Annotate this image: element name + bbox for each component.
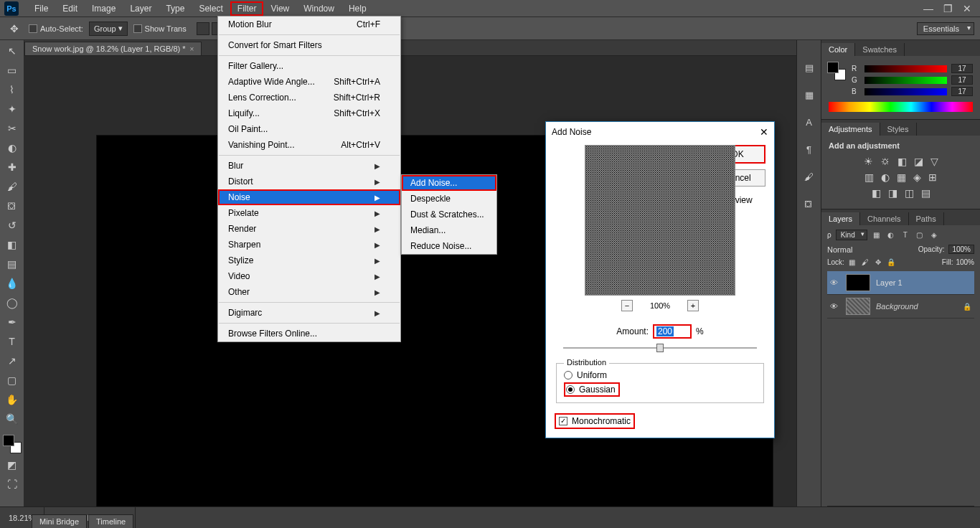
filter-motion-blur[interactable]: Motion BlurCtrl+F: [218, 16, 400, 32]
lock-paint-icon[interactable]: 🖌: [860, 257, 870, 267]
adj-icon[interactable]: ☀: [864, 156, 873, 167]
filter-blur[interactable]: Blur▶: [218, 158, 400, 174]
workspace-dropdown[interactable]: Essentials: [917, 22, 974, 35]
tab-layers[interactable]: Layers: [821, 212, 860, 225]
adj-icon[interactable]: ◪: [914, 156, 923, 167]
lock-pos-icon[interactable]: ✥: [873, 257, 883, 267]
visibility-icon[interactable]: 👁: [830, 278, 840, 287]
filter-liquify[interactable]: Liquify...Shift+Ctrl+X: [218, 105, 400, 121]
char-icon[interactable]: A: [802, 115, 816, 129]
filter-convert-smart[interactable]: Convert for Smart Filters: [218, 37, 400, 53]
amount-slider[interactable]: [563, 343, 757, 353]
group-dropdown[interactable]: Group ▾: [89, 22, 128, 36]
heal-tool-icon[interactable]: ✚: [4, 159, 21, 175]
path-tool-icon[interactable]: ↗: [4, 353, 21, 369]
move-tool-icon[interactable]: ✥: [6, 21, 23, 37]
pen-tool-icon[interactable]: ✒: [4, 314, 21, 330]
actions-icon[interactable]: ▦: [802, 88, 816, 102]
close-icon[interactable]: ✕: [963, 3, 971, 14]
adj-icon[interactable]: ◐: [881, 171, 890, 183]
menu-edit[interactable]: Edit: [55, 1, 85, 16]
screenmode-icon[interactable]: ⛶: [4, 476, 21, 492]
dialog-close-icon[interactable]: ✕: [760, 126, 768, 138]
shape-tool-icon[interactable]: ▢: [4, 372, 21, 388]
b-value[interactable]: 17: [951, 87, 973, 96]
b-slider[interactable]: [864, 88, 947, 95]
opacity-value[interactable]: 100%: [948, 245, 974, 254]
clone-icon[interactable]: ⛋: [802, 197, 816, 211]
adj-icon[interactable]: ◫: [905, 187, 914, 199]
filter-video[interactable]: Video▶: [218, 268, 400, 284]
amount-input[interactable]: 200: [653, 324, 692, 339]
quickmask-icon[interactable]: ◩: [4, 457, 21, 473]
tab-adjustments[interactable]: Adjustments: [821, 123, 880, 136]
filter-stylize[interactable]: Stylize▶: [218, 253, 400, 268]
adj-icon[interactable]: ⊞: [928, 171, 937, 183]
para-icon[interactable]: ¶: [802, 142, 816, 156]
adj-icon[interactable]: ◈: [913, 171, 921, 183]
brush-tool-icon[interactable]: 🖌: [4, 179, 21, 194]
eyedropper-tool-icon[interactable]: ◐: [4, 140, 21, 156]
layer-item-layer1[interactable]: 👁 Layer 1: [827, 271, 974, 295]
tab-swatches[interactable]: Swatches: [855, 43, 905, 56]
close-tab-icon[interactable]: ×: [190, 45, 194, 53]
minimize-icon[interactable]: ―: [923, 3, 933, 14]
noise-reduce-noise[interactable]: Reduce Noise...: [402, 238, 496, 254]
document-tab[interactable]: Snow work.jpg @ 18.2% (Layer 1, RGB/8) *…: [24, 42, 202, 55]
r-slider[interactable]: [864, 65, 947, 72]
panel-color-swatch[interactable]: [827, 62, 846, 80]
adj-icon[interactable]: ◨: [888, 187, 897, 199]
blur-tool-icon[interactable]: 💧: [4, 275, 21, 291]
filter-digimarc[interactable]: Digimarc▶: [218, 305, 400, 321]
marquee-tool-icon[interactable]: ▭: [4, 62, 21, 78]
noise-dust-scratches[interactable]: Dust & Scratches...: [402, 207, 496, 222]
filter-shape-icon[interactable]: ▢: [915, 230, 925, 240]
brush-icon[interactable]: 🖌: [802, 169, 816, 184]
filter-oil-paint[interactable]: Oil Paint...: [218, 121, 400, 137]
g-value[interactable]: 17: [951, 75, 973, 85]
monochromatic-checkbox[interactable]: Monochromatic: [555, 413, 635, 429]
tab-styles[interactable]: Styles: [880, 123, 917, 136]
adj-icon[interactable]: ▽: [930, 156, 938, 167]
move-tool-icon[interactable]: ↖: [4, 43, 21, 59]
zoom-tool-icon[interactable]: 🔍: [4, 411, 21, 427]
uniform-radio[interactable]: Uniform: [564, 370, 756, 380]
filter-browse-online[interactable]: Browse Filters Online...: [218, 326, 400, 341]
zoom-in-button[interactable]: +: [687, 300, 699, 311]
hand-tool-icon[interactable]: ✋: [4, 392, 21, 407]
gradient-tool-icon[interactable]: ▤: [4, 256, 21, 272]
fill-value[interactable]: 100%: [956, 258, 974, 266]
menu-window[interactable]: Window: [296, 1, 341, 16]
filter-lens-correction[interactable]: Lens Correction...Shift+Ctrl+R: [218, 90, 400, 105]
stamp-tool-icon[interactable]: ⛋: [4, 198, 21, 214]
filter-smart-icon[interactable]: ◈: [929, 230, 939, 240]
adj-icon[interactable]: ▤: [921, 187, 930, 199]
wand-tool-icon[interactable]: ✦: [4, 101, 21, 117]
g-slider[interactable]: [864, 77, 947, 84]
visibility-icon[interactable]: 👁: [830, 302, 840, 311]
noise-median[interactable]: Median...: [402, 222, 496, 238]
crop-tool-icon[interactable]: ✂: [4, 121, 21, 136]
menu-filter[interactable]: Filter: [230, 1, 264, 16]
color-swatch[interactable]: [3, 435, 22, 453]
color-spectrum[interactable]: [829, 102, 973, 112]
zoom-out-button[interactable]: −: [621, 300, 633, 311]
noise-add-noise[interactable]: Add Noise...: [402, 175, 496, 191]
dialog-titlebar[interactable]: Add Noise ✕: [546, 122, 774, 142]
lock-trans-icon[interactable]: ▦: [847, 257, 857, 267]
noise-despeckle[interactable]: Despeckle: [402, 191, 496, 207]
eraser-tool-icon[interactable]: ◧: [4, 237, 21, 253]
menu-view[interactable]: View: [263, 1, 296, 16]
adj-icon[interactable]: ◧: [897, 156, 907, 167]
filter-render[interactable]: Render▶: [218, 221, 400, 237]
menu-select[interactable]: Select: [192, 1, 230, 16]
filter-pix-icon[interactable]: ▦: [872, 230, 882, 240]
menu-file[interactable]: File: [27, 1, 55, 16]
filter-adj-icon[interactable]: ◐: [886, 230, 896, 240]
filter-distort[interactable]: Distort▶: [218, 174, 400, 189]
tab-timeline[interactable]: Timeline: [88, 514, 133, 528]
layer-item-background[interactable]: 👁 Background 🔒: [827, 295, 974, 319]
filter-vanishing-point[interactable]: Vanishing Point...Alt+Ctrl+V: [218, 137, 400, 153]
restore-icon[interactable]: ❐: [943, 3, 953, 14]
tab-paths[interactable]: Paths: [909, 212, 944, 225]
